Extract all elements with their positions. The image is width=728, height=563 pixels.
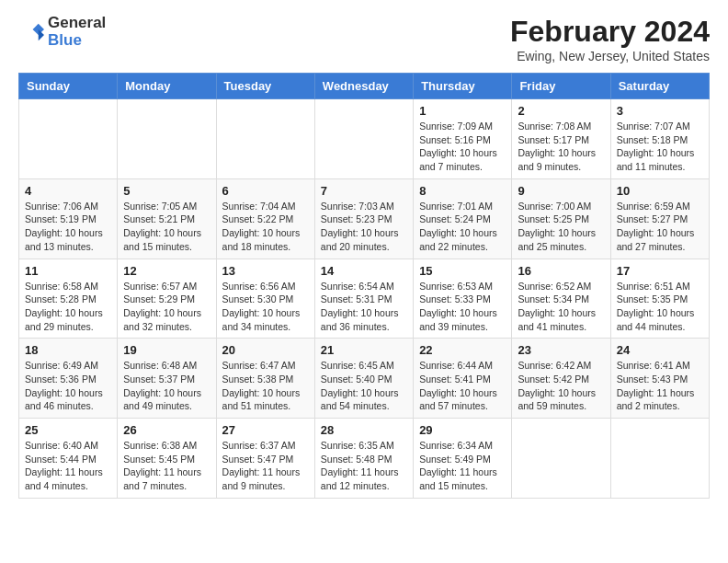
day-number: 17 [617, 264, 703, 278]
day-number: 24 [617, 343, 703, 357]
weekday-header-sunday: Sunday [19, 74, 118, 99]
day-info: Sunrise: 7:04 AMSunset: 5:22 PMDaylight:… [222, 200, 309, 254]
calendar-cell: 2Sunrise: 7:08 AMSunset: 5:17 PMDaylight… [512, 99, 610, 179]
calendar-cell: 27Sunrise: 6:37 AMSunset: 5:47 PMDayligh… [216, 419, 314, 499]
calendar-cell: 14Sunrise: 6:54 AMSunset: 5:31 PMDayligh… [314, 259, 413, 339]
day-info: Sunrise: 7:03 AMSunset: 5:23 PMDaylight:… [321, 200, 407, 254]
calendar-cell: 29Sunrise: 6:34 AMSunset: 5:49 PMDayligh… [414, 419, 512, 499]
day-number: 23 [518, 343, 604, 357]
calendar-cell: 19Sunrise: 6:48 AMSunset: 5:37 PMDayligh… [118, 339, 216, 419]
day-number: 3 [617, 104, 703, 118]
calendar-cell: 10Sunrise: 6:59 AMSunset: 5:27 PMDayligh… [610, 178, 709, 259]
day-info: Sunrise: 6:59 AMSunset: 5:27 PMDaylight:… [617, 200, 703, 254]
week-row-4: 18Sunrise: 6:49 AMSunset: 5:36 PMDayligh… [19, 339, 710, 419]
day-info: Sunrise: 6:53 AMSunset: 5:33 PMDaylight:… [419, 280, 506, 334]
day-info: Sunrise: 7:01 AMSunset: 5:24 PMDaylight:… [419, 200, 506, 254]
calendar-cell [314, 99, 413, 179]
calendar-cell: 20Sunrise: 6:47 AMSunset: 5:38 PMDayligh… [216, 339, 314, 419]
day-info: Sunrise: 6:35 AMSunset: 5:48 PMDaylight:… [321, 439, 407, 493]
day-info: Sunrise: 6:49 AMSunset: 5:36 PMDaylight:… [25, 359, 111, 413]
logo-general: General [48, 15, 106, 32]
day-number: 14 [321, 264, 407, 278]
week-row-3: 11Sunrise: 6:58 AMSunset: 5:28 PMDayligh… [19, 259, 710, 339]
day-info: Sunrise: 6:37 AMSunset: 5:47 PMDaylight:… [222, 439, 309, 493]
calendar-cell: 23Sunrise: 6:42 AMSunset: 5:42 PMDayligh… [512, 339, 610, 419]
day-number: 13 [222, 264, 309, 278]
day-number: 8 [419, 184, 506, 198]
calendar-cell: 25Sunrise: 6:40 AMSunset: 5:44 PMDayligh… [19, 419, 118, 499]
day-info: Sunrise: 6:42 AMSunset: 5:42 PMDaylight:… [518, 359, 604, 413]
calendar-cell [118, 99, 216, 179]
weekday-header-tuesday: Tuesday [216, 74, 314, 99]
day-number: 4 [25, 184, 111, 198]
day-number: 18 [25, 343, 111, 357]
calendar-cell: 18Sunrise: 6:49 AMSunset: 5:36 PMDayligh… [19, 339, 118, 419]
day-info: Sunrise: 6:45 AMSunset: 5:40 PMDaylight:… [321, 359, 407, 413]
day-number: 12 [123, 264, 210, 278]
calendar-cell: 5Sunrise: 7:05 AMSunset: 5:21 PMDaylight… [118, 178, 216, 259]
day-number: 19 [123, 343, 210, 357]
calendar-cell: 24Sunrise: 6:41 AMSunset: 5:43 PMDayligh… [610, 339, 709, 419]
day-info: Sunrise: 6:54 AMSunset: 5:31 PMDaylight:… [321, 280, 407, 334]
day-number: 15 [419, 264, 506, 278]
day-info: Sunrise: 6:57 AMSunset: 5:29 PMDaylight:… [123, 280, 210, 334]
week-row-1: 1Sunrise: 7:09 AMSunset: 5:16 PMDaylight… [19, 99, 710, 179]
day-info: Sunrise: 6:41 AMSunset: 5:43 PMDaylight:… [617, 359, 703, 413]
calendar-cell [512, 419, 610, 499]
calendar-cell: 13Sunrise: 6:56 AMSunset: 5:30 PMDayligh… [216, 259, 314, 339]
title-area: February 2024 Ewing, New Jersey, United … [510, 15, 710, 63]
day-number: 26 [123, 423, 210, 437]
weekday-header-wednesday: Wednesday [314, 74, 413, 99]
calendar-cell [216, 99, 314, 179]
day-info: Sunrise: 6:52 AMSunset: 5:34 PMDaylight:… [518, 280, 604, 334]
day-number: 22 [419, 343, 506, 357]
day-info: Sunrise: 7:07 AMSunset: 5:18 PMDaylight:… [617, 120, 703, 174]
weekday-header-friday: Friday [512, 74, 610, 99]
calendar-cell: 12Sunrise: 6:57 AMSunset: 5:29 PMDayligh… [118, 259, 216, 339]
day-number: 7 [321, 184, 407, 198]
weekday-header-thursday: Thursday [414, 74, 512, 99]
day-number: 21 [321, 343, 407, 357]
calendar: SundayMondayTuesdayWednesdayThursdayFrid… [18, 73, 710, 499]
location-title: Ewing, New Jersey, United States [510, 49, 710, 63]
weekday-header-saturday: Saturday [610, 74, 709, 99]
day-info: Sunrise: 6:58 AMSunset: 5:28 PMDaylight:… [25, 280, 111, 334]
calendar-cell: 11Sunrise: 6:58 AMSunset: 5:28 PMDayligh… [19, 259, 118, 339]
day-info: Sunrise: 6:47 AMSunset: 5:38 PMDaylight:… [222, 359, 309, 413]
calendar-cell: 6Sunrise: 7:04 AMSunset: 5:22 PMDaylight… [216, 178, 314, 259]
day-info: Sunrise: 7:05 AMSunset: 5:21 PMDaylight:… [123, 200, 210, 254]
day-info: Sunrise: 7:09 AMSunset: 5:16 PMDaylight:… [419, 120, 506, 174]
logo-icon [18, 19, 44, 45]
day-number: 11 [25, 264, 111, 278]
day-info: Sunrise: 7:06 AMSunset: 5:19 PMDaylight:… [25, 200, 111, 254]
header: General Blue February 2024 Ewing, New Je… [18, 15, 710, 63]
calendar-cell: 28Sunrise: 6:35 AMSunset: 5:48 PMDayligh… [314, 419, 413, 499]
day-number: 27 [222, 423, 309, 437]
week-row-5: 25Sunrise: 6:40 AMSunset: 5:44 PMDayligh… [19, 419, 710, 499]
day-info: Sunrise: 6:44 AMSunset: 5:41 PMDaylight:… [419, 359, 506, 413]
day-number: 20 [222, 343, 309, 357]
weekday-header-monday: Monday [118, 74, 216, 99]
day-info: Sunrise: 6:51 AMSunset: 5:35 PMDaylight:… [617, 280, 703, 334]
day-number: 9 [518, 184, 604, 198]
day-info: Sunrise: 7:08 AMSunset: 5:17 PMDaylight:… [518, 120, 604, 174]
calendar-cell: 4Sunrise: 7:06 AMSunset: 5:19 PMDaylight… [19, 178, 118, 259]
calendar-cell: 26Sunrise: 6:38 AMSunset: 5:45 PMDayligh… [118, 419, 216, 499]
calendar-cell: 22Sunrise: 6:44 AMSunset: 5:41 PMDayligh… [414, 339, 512, 419]
week-row-2: 4Sunrise: 7:06 AMSunset: 5:19 PMDaylight… [19, 178, 710, 259]
day-number: 10 [617, 184, 703, 198]
month-title: February 2024 [510, 15, 710, 49]
calendar-cell: 21Sunrise: 6:45 AMSunset: 5:40 PMDayligh… [314, 339, 413, 419]
day-number: 6 [222, 184, 309, 198]
calendar-cell: 1Sunrise: 7:09 AMSunset: 5:16 PMDaylight… [414, 99, 512, 179]
day-number: 28 [321, 423, 407, 437]
day-info: Sunrise: 6:48 AMSunset: 5:37 PMDaylight:… [123, 359, 210, 413]
calendar-cell [610, 419, 709, 499]
weekday-header-row: SundayMondayTuesdayWednesdayThursdayFrid… [19, 74, 710, 99]
calendar-cell: 3Sunrise: 7:07 AMSunset: 5:18 PMDaylight… [610, 99, 709, 179]
logo: General Blue [18, 15, 106, 49]
calendar-cell: 16Sunrise: 6:52 AMSunset: 5:34 PMDayligh… [512, 259, 610, 339]
day-number: 16 [518, 264, 604, 278]
day-number: 25 [25, 423, 111, 437]
day-info: Sunrise: 6:56 AMSunset: 5:30 PMDaylight:… [222, 280, 309, 334]
